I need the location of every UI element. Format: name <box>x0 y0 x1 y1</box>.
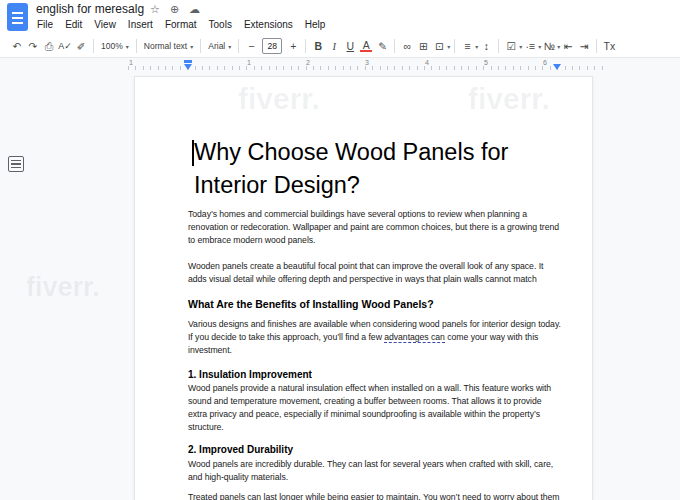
increase-indent-icon[interactable]: ⇥ <box>576 40 592 52</box>
text-color-icon[interactable]: A <box>360 40 372 52</box>
add-comment-icon[interactable]: ⊞ <box>415 40 431 52</box>
toolbar-separator <box>305 39 306 53</box>
toolbar-separator <box>93 39 94 53</box>
toolbar-separator <box>596 39 597 53</box>
paragraph-durability: Wood panels are incredibly durable. They… <box>188 458 564 484</box>
toolbar-separator <box>454 39 455 53</box>
ruler-number: 5 <box>482 59 490 66</box>
document-heading-1: Why Choose Wood Panels for Interior Desi… <box>188 136 564 202</box>
document-heading-2: What Are the Benefits of Installing Wood… <box>188 298 564 311</box>
left-indent-marker[interactable] <box>184 64 192 70</box>
underline-icon[interactable]: U <box>342 40 358 52</box>
font-size-input[interactable]: 28 <box>262 38 282 54</box>
print-icon[interactable]: ⎙ <box>41 40 57 53</box>
toolbar-separator <box>394 39 395 53</box>
heading-line: Why Choose Wood Panels for <box>194 136 564 169</box>
menu-tools[interactable]: Tools <box>203 17 238 32</box>
document-heading-3-durability: 2. Improved Durability <box>188 443 564 456</box>
menu-file[interactable]: File <box>31 17 59 32</box>
paragraph-style-select[interactable]: Normal text ▾ <box>141 41 196 51</box>
toolbar-separator <box>200 39 201 53</box>
decrease-indent-icon[interactable]: ⇤ <box>560 40 576 52</box>
italic-icon[interactable]: I <box>326 41 342 52</box>
toolbar-separator <box>498 39 499 53</box>
undo-icon[interactable]: ↶ <box>9 40 25 52</box>
increase-font-size-button[interactable]: + <box>285 40 301 52</box>
decrease-font-size-button[interactable]: − <box>243 40 259 52</box>
document-page[interactable]: Why Choose Wood Panels for Interior Desi… <box>134 76 593 500</box>
paragraph-intro-2: Wooden panels create a beautiful focal p… <box>188 260 564 286</box>
chevron-down-icon[interactable]: ▾ <box>447 43 450 50</box>
line-with-suggestion: If you decide to take this approach, you… <box>188 331 564 344</box>
document-title[interactable]: english for meresalg <box>36 2 144 16</box>
line-spacing-icon[interactable]: ↕ <box>478 40 494 52</box>
page-content: Why Choose Wood Panels for Interior Desi… <box>135 77 592 500</box>
menu-help[interactable]: Help <box>299 17 332 32</box>
document-outline-icon[interactable] <box>8 156 24 172</box>
suggestion-underlined-text[interactable]: advantages can <box>384 332 445 343</box>
ruler-number: 1 <box>245 59 253 66</box>
menu-extensions[interactable]: Extensions <box>238 17 299 32</box>
docs-logo-icon[interactable] <box>7 3 28 31</box>
numbered-list-icon[interactable]: № <box>541 40 557 52</box>
paint-format-icon[interactable]: ✐ <box>73 40 89 52</box>
document-heading-3-insulation: 1. Insulation Improvement <box>188 368 564 381</box>
google-docs-window: english for meresalg ☆ ⊕ ☁ File Edit Vie… <box>0 0 680 500</box>
chevron-down-icon: ▾ <box>190 43 193 50</box>
toolbar: ↶ ↷ ⎙ A✓ ✐ 100% ▾ Normal text ▾ Arial ▾ … <box>0 35 680 58</box>
text-cursor <box>192 140 194 166</box>
first-line-indent-marker[interactable] <box>184 60 192 63</box>
paragraph-benefits: Various designs and finishes are availab… <box>188 318 564 357</box>
spellcheck-icon[interactable]: A✓ <box>57 41 73 51</box>
toolbar-separator <box>136 39 137 53</box>
horizontal-ruler[interactable]: 1 1 2 3 4 5 6 <box>0 58 680 72</box>
ruler-ticks <box>128 66 604 70</box>
checklist-icon[interactable]: ☑ <box>503 40 519 52</box>
paragraph-clipped: Treated panels can last longer while bei… <box>188 491 564 500</box>
right-indent-marker[interactable] <box>553 64 561 70</box>
paragraph-insulation: Wood panels provide a natural insulation… <box>188 382 564 434</box>
font-select[interactable]: Arial ▾ <box>205 41 234 51</box>
move-folder-icon[interactable]: ⊕ <box>170 3 179 16</box>
bulleted-list-icon[interactable]: ∙≡ <box>522 40 538 52</box>
menubar: File Edit View Insert Format Tools Exten… <box>31 17 331 32</box>
align-icon[interactable]: ≡ <box>459 40 475 52</box>
ruler-number: 4 <box>423 59 431 66</box>
redo-icon[interactable]: ↷ <box>25 40 41 52</box>
star-icon[interactable]: ☆ <box>150 3 160 16</box>
zoom-select[interactable]: 100% ▾ <box>98 41 132 51</box>
chevron-down-icon: ▾ <box>126 43 129 50</box>
ruler-number: 1 <box>127 59 135 66</box>
ruler-number: 2 <box>304 59 312 66</box>
menu-view[interactable]: View <box>88 17 122 32</box>
ruler-number: 6 <box>541 59 549 66</box>
insert-link-icon[interactable]: ∞ <box>399 40 415 52</box>
document-status-cloud-icon[interactable]: ☁ <box>189 3 200 16</box>
menu-edit[interactable]: Edit <box>59 17 88 32</box>
chevron-down-icon: ▾ <box>228 43 231 50</box>
insert-image-icon[interactable]: ⊡ <box>431 40 447 52</box>
menu-format[interactable]: Format <box>159 17 203 32</box>
toolbar-separator <box>238 39 239 53</box>
highlight-color-icon[interactable]: ✎ <box>374 40 390 52</box>
bold-icon[interactable]: B <box>310 40 326 52</box>
titlebar: english for meresalg ☆ ⊕ ☁ File Edit Vie… <box>0 0 680 35</box>
clear-formatting-icon[interactable]: Tx <box>601 40 617 52</box>
heading-line: Interior Design? <box>194 169 564 202</box>
ruler-number: 3 <box>363 59 371 66</box>
paragraph-intro-1: Today’s homes and commercial buildings h… <box>188 208 564 247</box>
menu-insert[interactable]: Insert <box>122 17 159 32</box>
